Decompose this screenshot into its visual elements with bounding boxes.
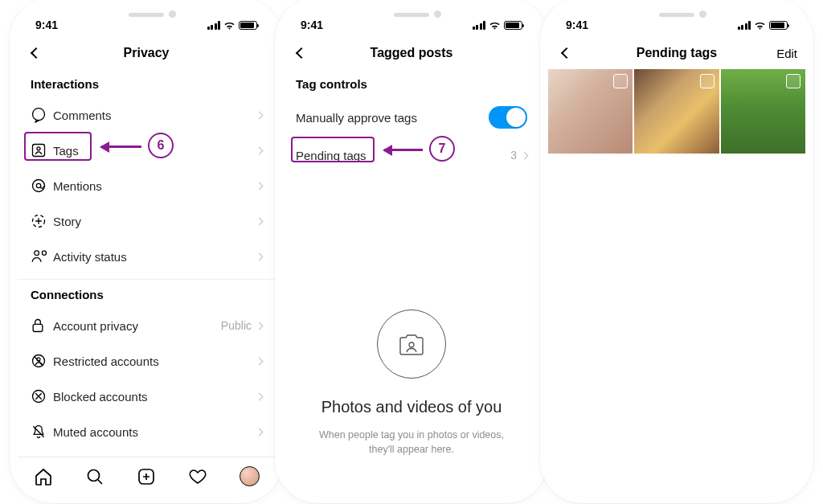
empty-state: Photos and videos of you When people tag… [283,261,540,457]
status-icons [473,21,523,30]
status-icons [738,21,788,30]
chevron-left-icon [296,47,307,59]
wifi-icon [489,21,501,30]
status-time: 9:41 [566,18,588,31]
row-manually-approve[interactable]: Manually approve tags [283,97,540,137]
phone-pending-tags: 9:41 Pending tags Edit 8 [548,5,805,495]
status-time: 9:41 [35,18,58,31]
tab-profile[interactable] [239,466,260,487]
nav-header: Tagged posts [283,37,540,69]
story-icon [31,213,47,229]
row-label: Account privacy [53,319,221,333]
back-button[interactable] [558,44,575,62]
chevron-right-icon [256,252,264,260]
pending-count: 3 [510,149,517,162]
chevron-right-icon [256,428,264,436]
row-restricted[interactable]: Restricted accounts [18,343,275,379]
photos-of-you-icon [395,328,428,360]
chevron-right-icon [256,357,264,365]
bottom-tab-bar [18,457,275,495]
phone-tagged-posts: 9:41 Tagged posts Tag controls Manually … [283,5,540,495]
row-story[interactable]: Story [18,203,275,239]
row-label: Story [53,215,256,228]
row-muted[interactable]: Muted accounts [18,414,275,449]
phone-privacy: 9:41 Privacy Interactions Comments Tags … [18,5,275,495]
svg-point-6 [35,251,39,256]
chevron-right-icon [256,182,264,190]
select-checkbox[interactable] [786,74,800,88]
row-value: Public [221,319,252,332]
tab-home[interactable] [33,466,54,487]
tag-icon [31,142,47,158]
device-notch [616,5,737,26]
svg-point-2 [37,147,40,150]
pending-thumb-3[interactable] [721,69,805,154]
activity-icon [31,248,48,264]
heart-icon [188,467,207,486]
chevron-right-icon [256,322,264,330]
chevron-left-icon [561,47,572,59]
back-button[interactable] [293,44,310,62]
search-icon [85,467,104,486]
chevron-right-icon [521,151,529,159]
row-close-friends[interactable]: Close friends [18,449,275,457]
wifi-icon [223,21,235,30]
toggle-manually-approve[interactable] [489,106,527,129]
row-account-privacy[interactable]: Account privacy Public [18,308,275,343]
status-icons [207,21,258,30]
tab-new-post[interactable] [136,466,157,487]
row-label: Comments [53,109,256,122]
arrow-step7 [384,149,423,151]
section-tag-controls: Tag controls [283,69,540,97]
select-checkbox[interactable] [700,74,714,88]
chevron-right-icon [256,392,264,400]
svg-rect-8 [33,324,43,331]
step-badge-7: 7 [429,136,455,162]
signal-icon [207,21,221,30]
lock-icon [31,318,45,334]
signal-icon [473,21,486,30]
plus-square-icon [137,467,156,486]
page-title: Privacy [124,46,170,60]
svg-point-0 [33,109,45,121]
back-button[interactable] [27,44,45,62]
row-activity[interactable]: Activity status [18,239,275,274]
empty-title: Photos and videos of you [307,398,516,416]
device-notch [86,5,207,26]
section-connections: Connections [18,280,275,308]
privacy-content: Interactions Comments Tags Mentions Stor… [18,69,275,457]
row-label: Muted accounts [53,425,256,439]
chevron-right-icon [256,111,264,119]
step-badge-6: 6 [148,133,174,158]
wifi-icon [754,21,766,30]
pending-content: 8 [548,69,805,495]
row-tags[interactable]: Tags [18,133,275,168]
row-blocked[interactable]: Blocked accounts [18,379,275,414]
tab-activity[interactable] [187,466,208,487]
svg-point-3 [33,180,45,192]
empty-icon-circle [377,309,446,379]
page-title: Pending tags [637,46,717,60]
empty-body: When people tag you in photos or videos,… [307,428,516,457]
blocked-icon [31,388,47,404]
select-checkbox[interactable] [613,74,628,88]
chevron-left-icon [31,47,42,59]
tab-search[interactable] [84,466,105,487]
toggle-label: Manually approve tags [296,111,489,125]
pending-grid [548,69,805,154]
pending-thumb-1[interactable] [548,69,633,154]
row-label: Blocked accounts [53,390,256,404]
tagged-content: Tag controls Manually approve tags Pendi… [283,69,540,495]
battery-icon [769,21,788,30]
svg-line-22 [98,480,102,484]
row-pending-tags[interactable]: Pending tags 3 [283,137,540,173]
row-label: Restricted accounts [53,354,256,368]
nav-header: Privacy [18,37,275,69]
pending-thumb-2[interactable] [634,69,719,154]
row-mentions[interactable]: Mentions [18,168,275,203]
mention-icon [31,178,47,194]
edit-button[interactable]: Edit [776,47,797,60]
row-comments[interactable]: Comments [18,97,275,133]
chevron-right-icon [256,217,264,225]
nav-header: Pending tags Edit [548,37,805,69]
